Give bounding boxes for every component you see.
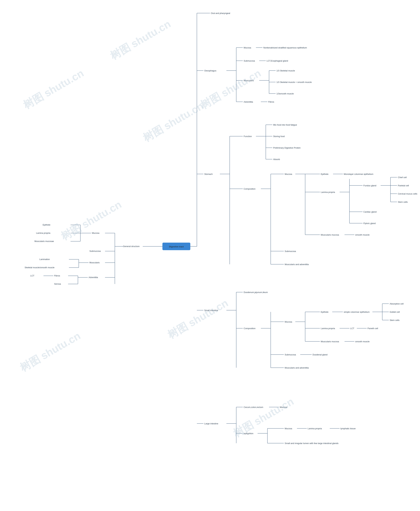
si-lamina-label: Lamina propria <box>321 327 335 330</box>
absorptive-cell: Absorptive cell <box>390 303 404 305</box>
func-2: Storing food <box>273 135 285 137</box>
oeso-muscularis-label: Muscularis <box>244 79 254 82</box>
si-lct-label: LCT <box>350 327 354 330</box>
left-epithele-label: Epithele <box>43 224 50 226</box>
left-muscularis-label: Muscularis <box>90 261 100 264</box>
pyloric-gland: Pyloric gland <box>363 222 375 225</box>
si-types-label: Duodenum,jejunum,ileum <box>244 291 268 293</box>
left-lamina-label: Lamina propria <box>36 232 50 234</box>
li-lumen-label: Small and irregular lumen with few large… <box>285 442 339 444</box>
oeso-mus-1: 1/3 Skeletal muscle <box>277 69 295 72</box>
center-node-text: Digestive tract <box>169 245 184 248</box>
stom-smooth: smooth muscle <box>355 234 369 236</box>
left-adventitia-label: Adventitia <box>89 276 98 279</box>
mind-map-svg: .branch-line { stroke: #3a5a7a; stroke-w… <box>0 0 420 511</box>
si-smooth: smooth muscle <box>355 340 369 343</box>
func-4: Absorb <box>273 158 280 160</box>
oesophagus-label: Oesophagus <box>204 69 216 72</box>
li-mucosa-label: Mucosa <box>280 406 287 408</box>
left-skeletal-label: Skeletal muscle/smooth muscle <box>25 266 54 269</box>
function-label: Function <box>244 135 252 137</box>
si-stem-cells: Stem cells <box>390 319 399 321</box>
mind-map-container: 树图 shutu.cn 树图 shutu.cn 树图 shutu.cn 树图 s… <box>0 0 420 511</box>
parietal-cell: Parietal cell <box>398 184 409 187</box>
cervical-mucus: Cervical mucus cells <box>398 192 417 195</box>
func-3: Preliminary Digestive Protein <box>273 147 300 149</box>
si-epithele-label: Epithele <box>321 311 329 313</box>
stom-epithele-label: Epithele <box>321 173 329 175</box>
oeso-mucosa-label: Mucosa <box>244 46 251 49</box>
si-mucosa-label: Mucosa <box>285 320 292 323</box>
oeso-mus-3: 1/3smooth muscle <box>277 92 294 95</box>
stom-lamina-label: Lamina propria <box>321 191 335 193</box>
goblet-cell: Goblet cell <box>390 311 400 313</box>
func-1: Mix food into food fatigue <box>273 124 297 126</box>
stom-mucosa-label: Mucosa <box>285 173 292 175</box>
oeso-submucosa-detail: LCT,Esophageal gland <box>267 60 288 62</box>
si-mus-adv-label: Muscularis and adventitia <box>285 366 309 369</box>
li-cecum-label: Cecum,colon,rectum <box>244 406 263 408</box>
fundus-gland-label: Fundus gland <box>363 184 376 187</box>
stom-submucosa-label: Submucosa <box>285 250 296 252</box>
left-fibros-label: Fibros <box>54 275 60 277</box>
chief-cell: Chief cell <box>398 176 407 179</box>
left-lamination-label: Lamination <box>39 258 50 260</box>
stom-mus-mucosa-label: Muscularis mucosa <box>321 234 339 236</box>
si-submucosa-label: Submucosa <box>285 353 296 356</box>
small-intestine-label: Small intestine <box>204 309 218 312</box>
li-epi-mucosa-label: Mucosa <box>285 427 292 430</box>
oeso-adventitia-detail: Fibros <box>268 101 274 103</box>
stom-composition-label: Composition <box>244 188 255 190</box>
oeso-adventitia-label: Adventitia <box>244 101 253 103</box>
si-mus-mucosa-label: Muscularis mucosa <box>321 340 339 343</box>
si-composition-label: Composition <box>244 327 255 330</box>
general-structure-label: General structure <box>123 245 139 248</box>
oeso-submucosa-label: Submucosa <box>244 60 255 62</box>
left-mus-muc-label: Muscularis mucosae <box>34 240 54 243</box>
oeso-mus-2: 1/3 Skeletal muscle + smooth muscle <box>277 81 312 83</box>
epityphlon-label: epityphlon <box>244 432 253 435</box>
oral-label: Oral and pharyngeal <box>211 12 230 15</box>
cardiac-gland: Cardiac gland <box>363 211 376 213</box>
left-lct-label: LCT <box>30 275 34 277</box>
stem-cells-fundus: Stem cells <box>398 201 408 203</box>
left-mucosa-label: Mucosa <box>92 232 99 234</box>
stom-mus-adv-label: Muscularis and adventitia <box>285 263 309 266</box>
large-intestine-label: Large intestine <box>204 422 218 425</box>
stom-epi-detail: Monolayer columnar epithelium <box>344 173 373 175</box>
left-submucosa-label: Submucosa <box>90 250 101 252</box>
li-lamina-label: Lamina propria <box>308 427 322 430</box>
duodenal-gland: Duodenal gland <box>313 353 328 356</box>
lymphatic-tissue: lymphatic tissue <box>340 427 355 430</box>
oeso-mucosa-detail: Nonkeratinized stratified squamous epith… <box>263 46 307 49</box>
stomach-label: Stomach <box>204 173 213 175</box>
si-epi-detail: simple columnar epithelium <box>344 311 370 313</box>
left-serosa-label: Serosa <box>54 283 61 285</box>
paneth-cell: Paneth cell <box>368 327 378 330</box>
